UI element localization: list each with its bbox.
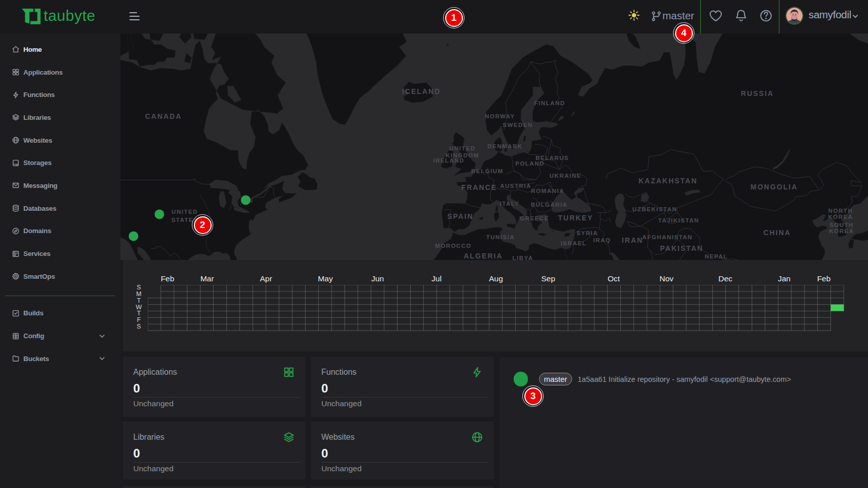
svg-text:BULGARIA: BULGARIA — [531, 202, 568, 208]
svg-text:NEPAL: NEPAL — [705, 253, 728, 259]
svg-text:IRELAND: IRELAND — [433, 157, 464, 164]
svg-text:SWEDEN: SWEDEN — [503, 122, 532, 128]
svg-text:TAJIKISTAN: TAJIKISTAN — [658, 217, 699, 223]
svg-text:ISRAEL: ISRAEL — [560, 240, 586, 246]
svg-text:UKRAINE: UKRAINE — [550, 173, 582, 179]
svg-text:GREECE: GREECE — [520, 215, 549, 221]
svg-text:TUNISIA: TUNISIA — [486, 234, 515, 240]
svg-text:KOREA: KOREA — [828, 214, 853, 220]
svg-text:MONGOLIA: MONGOLIA — [751, 183, 798, 191]
svg-text:ICELAND: ICELAND — [402, 87, 441, 95]
svg-text:POLAND: POLAND — [515, 160, 545, 167]
svg-text:CHINA: CHINA — [763, 229, 791, 237]
svg-text:LIBYA: LIBYA — [513, 255, 533, 260]
svg-text:UNITED: UNITED — [449, 145, 476, 151]
svg-text:FRANCE: FRANCE — [461, 183, 497, 191]
svg-text:KAZAKHSTAN: KAZAKHSTAN — [639, 177, 697, 185]
svg-text:TURKEY: TURKEY — [558, 214, 593, 222]
svg-text:KOREA: KOREA — [829, 228, 854, 234]
svg-text:ROMANIA: ROMANIA — [531, 188, 564, 194]
svg-text:SYRIA: SYRIA — [577, 230, 598, 236]
svg-text:ALGERIA: ALGERIA — [464, 252, 503, 260]
svg-text:PAKISTAN: PAKISTAN — [660, 244, 703, 252]
svg-text:DENMARK: DENMARK — [487, 143, 522, 149]
svg-text:NORWAY: NORWAY — [485, 113, 515, 119]
svg-text:RUSSIA: RUSSIA — [741, 89, 774, 97]
svg-text:CANADA: CANADA — [145, 112, 182, 120]
svg-text:FINLAND: FINLAND — [535, 100, 565, 106]
svg-text:SPAIN: SPAIN — [447, 212, 474, 220]
svg-text:UZBEKISTAN: UZBEKISTAN — [632, 206, 677, 212]
svg-text:AUSTRIA: AUSTRIA — [500, 183, 531, 189]
svg-text:ITALY: ITALY — [500, 201, 520, 207]
svg-text:MOROCCO: MOROCCO — [435, 243, 472, 249]
svg-text:IRAN: IRAN — [622, 236, 643, 244]
svg-text:SOUTH: SOUTH — [829, 222, 854, 228]
svg-text:BELGIUM: BELGIUM — [471, 168, 504, 174]
svg-text:NORTH: NORTH — [828, 208, 853, 214]
svg-text:IRAQ: IRAQ — [593, 237, 611, 243]
svg-text:AFGHANISTAN: AFGHANISTAN — [642, 234, 692, 240]
svg-text:UNITED: UNITED — [172, 209, 198, 215]
